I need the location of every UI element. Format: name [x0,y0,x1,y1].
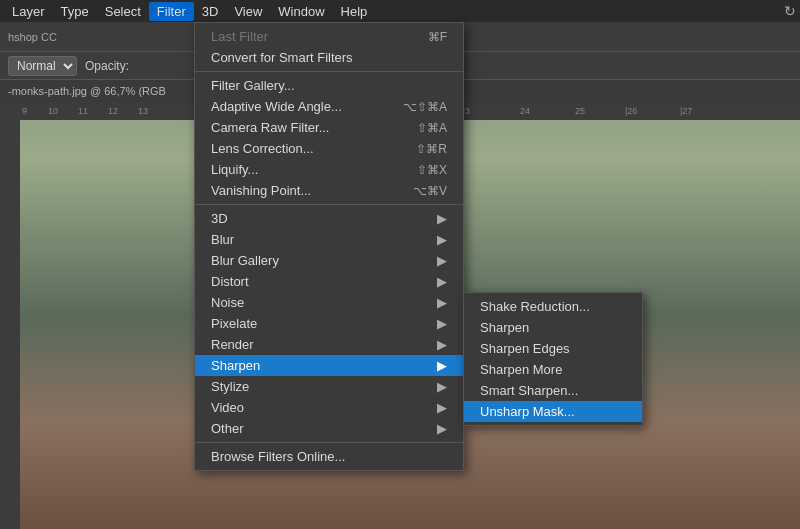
menu-filter[interactable]: Filter [149,2,194,21]
filter-menu: Last Filter ⌘F Convert for Smart Filters… [194,22,464,471]
svg-text:24: 24 [520,106,530,116]
filter-other[interactable]: Other ▶ [195,418,463,439]
filter-blur-gallery[interactable]: Blur Gallery ▶ [195,250,463,271]
filter-menu-section-3: 3D ▶ Blur ▶ Blur Gallery ▶ Distort ▶ Noi… [195,205,463,443]
menu-view[interactable]: View [226,2,270,21]
file-tab-label: -monks-path.jpg @ 66,7% (RGB [8,85,166,97]
menu-bar: Layer Type Select Filter 3D View Window … [0,0,800,22]
filter-last-filter[interactable]: Last Filter ⌘F [195,26,463,47]
sharpen-more[interactable]: Sharpen More [464,359,642,380]
svg-text:13: 13 [138,106,148,116]
filter-render[interactable]: Render ▶ [195,334,463,355]
svg-text:9: 9 [22,106,27,116]
filter-menu-section-4: Browse Filters Online... [195,443,463,470]
filter-menu-section-2: Filter Gallery... Adaptive Wide Angle...… [195,72,463,205]
filter-gallery[interactable]: Filter Gallery... [195,75,463,96]
filter-lens-correction[interactable]: Lens Correction... ⇧⌘R [195,138,463,159]
filter-3d[interactable]: 3D ▶ [195,208,463,229]
sharpen-submenu: Shake Reduction... Sharpen Sharpen Edges… [463,292,643,426]
menu-type[interactable]: Type [53,2,97,21]
opacity-label: Opacity: [85,59,129,73]
filter-distort[interactable]: Distort ▶ [195,271,463,292]
svg-text:|26: |26 [625,106,637,116]
filter-pixelate[interactable]: Pixelate ▶ [195,313,463,334]
filter-vanishing-point[interactable]: Vanishing Point... ⌥⌘V [195,180,463,201]
svg-text:|27: |27 [680,106,692,116]
filter-video[interactable]: Video ▶ [195,397,463,418]
refresh-icon: ↻ [784,3,796,19]
filter-noise[interactable]: Noise ▶ [195,292,463,313]
sharpen-unsharp-mask[interactable]: Unsharp Mask... [464,401,642,422]
menu-3d[interactable]: 3D [194,2,227,21]
sharpen-edges[interactable]: Sharpen Edges [464,338,642,359]
svg-text:25: 25 [575,106,585,116]
svg-text:12: 12 [108,106,118,116]
filter-sharpen[interactable]: Sharpen ▶ [195,355,463,376]
menu-select[interactable]: Select [97,2,149,21]
svg-text:10: 10 [48,106,58,116]
blend-mode-select[interactable]: Normal [8,56,77,76]
sharpen-shake-reduction[interactable]: Shake Reduction... [464,296,642,317]
filter-adaptive-wide[interactable]: Adaptive Wide Angle... ⌥⇧⌘A [195,96,463,117]
menu-window[interactable]: Window [270,2,332,21]
filter-liquify[interactable]: Liquify... ⇧⌘X [195,159,463,180]
sharpen-smart[interactable]: Smart Sharpen... [464,380,642,401]
filter-stylize[interactable]: Stylize ▶ [195,376,463,397]
menu-help[interactable]: Help [333,2,376,21]
menu-layer[interactable]: Layer [4,2,53,21]
svg-text:11: 11 [78,106,88,116]
svg-rect-14 [0,102,20,529]
filter-camera-raw[interactable]: Camera Raw Filter... ⇧⌘A [195,117,463,138]
filter-blur[interactable]: Blur ▶ [195,229,463,250]
filter-browse-online[interactable]: Browse Filters Online... [195,446,463,467]
filter-convert-smart[interactable]: Convert for Smart Filters [195,47,463,68]
filter-menu-section-1: Last Filter ⌘F Convert for Smart Filters [195,23,463,72]
sharpen-sharpen[interactable]: Sharpen [464,317,642,338]
app-title: hshop CC [8,31,57,43]
ruler-vertical [0,102,20,529]
